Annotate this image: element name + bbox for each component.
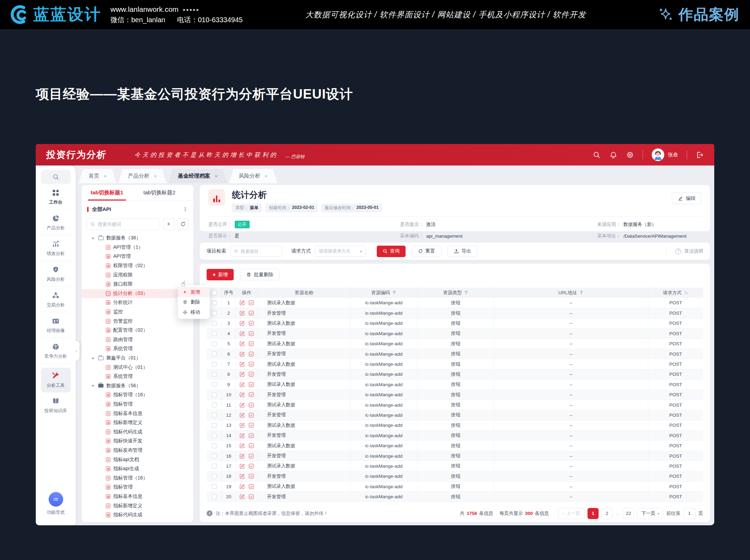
tree-item[interactable]: ▾ 指标管理（16） ⋯ (82, 390, 193, 400)
edit-icon[interactable] (239, 473, 245, 479)
sidebar-item-analysis-tools[interactable]: 分析工具 (41, 368, 71, 392)
row-checkbox[interactable] (212, 494, 217, 499)
tree-item[interactable]: ▾ 数据服务（38） ⋯ (82, 234, 193, 243)
select-all-checkbox[interactable] (212, 290, 217, 295)
tree-item[interactable]: ▾ API管理（1） ⋯ (82, 243, 193, 252)
tab-fund-manager-archive[interactable]: 基金经理档案 × (168, 169, 227, 183)
edit-icon[interactable] (239, 402, 245, 408)
check-square-icon[interactable] (248, 320, 254, 326)
edit-icon[interactable] (239, 443, 245, 449)
edit-button[interactable]: 编辑 (672, 193, 701, 204)
edit-icon[interactable] (239, 331, 245, 337)
edit-icon[interactable] (239, 341, 245, 347)
tree-item[interactable]: ▾ 指标管理（16） ⋯ (82, 473, 193, 483)
edit-icon[interactable] (239, 422, 245, 428)
check-square-icon[interactable] (248, 361, 254, 367)
sidebar-item-trade-analysis[interactable]: 交易分析 (41, 287, 71, 312)
row-checkbox[interactable] (212, 300, 217, 305)
tree-item[interactable]: ▾ 系统管理 ⋯ (82, 344, 193, 354)
kebab-menu-icon[interactable]: ⋮ (183, 206, 188, 212)
check-square-icon[interactable] (248, 351, 254, 357)
row-checkbox[interactable] (212, 443, 217, 448)
project-search-input[interactable] (241, 249, 278, 254)
tree-item[interactable]: ▾ 指标代码生成 ⋯ (82, 427, 193, 436)
tree-item[interactable]: ▾ 指标管理 ⋯ (82, 483, 193, 492)
tree-item[interactable]: ▾ 指标发布管理 ⋯ (82, 446, 193, 455)
edit-icon[interactable] (239, 484, 245, 490)
row-checkbox[interactable] (212, 341, 217, 346)
check-square-icon[interactable] (248, 484, 254, 490)
sidebar-item-product-analysis[interactable]: 产品分析 (41, 210, 71, 235)
check-square-icon[interactable] (248, 331, 254, 337)
tree-item[interactable]: ▾ 数据服务（56） ⋯ (82, 381, 193, 391)
tab-product-analysis[interactable]: 产品分析 × (118, 169, 166, 183)
tree-search-input[interactable] (98, 222, 156, 227)
tree-item[interactable]: ▾ 指标api生成 ⋯ (82, 464, 193, 474)
edit-icon[interactable] (239, 382, 245, 388)
tree-item[interactable]: ▾ 指标api文档 ⋯ (82, 455, 193, 464)
user-menu[interactable]: 张叁 (652, 149, 678, 161)
gear-icon[interactable] (626, 151, 634, 159)
tree-item[interactable]: ▾ 指标快速开发 ⋯ (82, 436, 193, 446)
edit-icon[interactable] (239, 351, 245, 357)
tree-item[interactable]: ▾ 统计分析（03） ⋯ (82, 289, 193, 298)
sidebar-item-performance-analysis[interactable]: 绩效分析 (41, 236, 71, 261)
row-checkbox[interactable] (212, 392, 217, 397)
tree-item[interactable]: ▾ 指标代码生成 ⋯ (82, 510, 193, 520)
row-checkbox[interactable] (212, 423, 217, 428)
add-button[interactable]: + 新增 (207, 269, 234, 280)
method-select[interactable]: 请选择请求方式 ▾ (315, 246, 366, 257)
tree-item[interactable]: ▾ 分析统计 ⋯ (82, 298, 193, 307)
tree-item[interactable]: ▾ 指标管理 ⋯ (82, 400, 193, 409)
edit-icon[interactable] (239, 310, 245, 316)
check-square-icon[interactable] (248, 402, 254, 408)
edit-icon[interactable] (239, 433, 245, 439)
tree-item[interactable]: ▾ 配置管理（02） ⋯ (82, 326, 193, 335)
tree-item[interactable]: ▾ 指标新增定义 ⋯ (82, 501, 193, 510)
tree-refresh-button[interactable] (177, 218, 189, 230)
tree-item[interactable]: ▾ 接口权限 ⋯ (82, 280, 193, 289)
edit-icon[interactable] (239, 494, 245, 500)
caret-down-icon[interactable]: ▾ (92, 384, 95, 388)
edit-icon[interactable] (239, 392, 245, 398)
caret-down-icon[interactable]: ▾ (92, 356, 95, 360)
row-checkbox[interactable] (212, 351, 217, 356)
filter-icon[interactable] (392, 290, 397, 295)
check-square-icon[interactable] (248, 433, 254, 439)
check-square-icon[interactable] (248, 382, 254, 388)
check-square-icon[interactable] (248, 473, 254, 479)
check-square-icon[interactable] (248, 494, 254, 500)
tree-item[interactable]: ▾ 告警监控 ⋯ (82, 316, 193, 326)
sidebar-item-knowledge-base[interactable]: 投研知识库 (41, 393, 71, 418)
next-page-button[interactable]: 下一页 › (637, 508, 664, 519)
page-2-button[interactable]: 2 (601, 508, 612, 519)
close-icon[interactable]: × (265, 173, 268, 179)
tree-item[interactable]: ▾ API管理 ⋯ (82, 252, 193, 261)
row-checkbox[interactable] (212, 402, 217, 407)
edit-icon[interactable] (239, 320, 245, 326)
row-checkbox[interactable] (212, 474, 217, 479)
tree-item[interactable]: ▾ 指标基本信息 ⋯ (82, 409, 193, 418)
sidebar-item-workbench[interactable]: 工作台 (41, 185, 71, 210)
page-22-button[interactable]: 22 (623, 508, 634, 519)
check-square-icon[interactable] (248, 300, 254, 306)
tree-add-button[interactable]: + (163, 218, 174, 230)
page-1-button[interactable]: 1 (588, 508, 599, 519)
goto-page-input[interactable] (683, 508, 696, 519)
sidebar-item-manager-profile[interactable]: 经理画像 (41, 313, 71, 338)
edit-icon[interactable] (239, 361, 245, 367)
context-add[interactable]: + 新增 (178, 287, 210, 297)
tree-tab-2[interactable]: tab切换标题2 (143, 185, 175, 201)
row-checkbox[interactable] (212, 331, 217, 336)
tree-item[interactable]: ▾ 指标新增定义 ⋯ (82, 418, 193, 427)
tree-tab-1[interactable]: tab切换标题1 (91, 185, 123, 201)
check-square-icon[interactable] (248, 371, 254, 377)
reset-button[interactable]: 重置 (412, 246, 441, 257)
caret-down-icon[interactable]: ▾ (92, 236, 95, 240)
close-icon[interactable]: × (154, 173, 157, 179)
bell-icon[interactable] (609, 151, 617, 159)
sidebar-item-risk-analysis[interactable]: 风险分析 (41, 262, 71, 287)
context-move[interactable]: 移动 (178, 307, 210, 317)
tab-home[interactable]: 首页 × (79, 169, 116, 183)
row-checkbox[interactable] (212, 453, 217, 458)
